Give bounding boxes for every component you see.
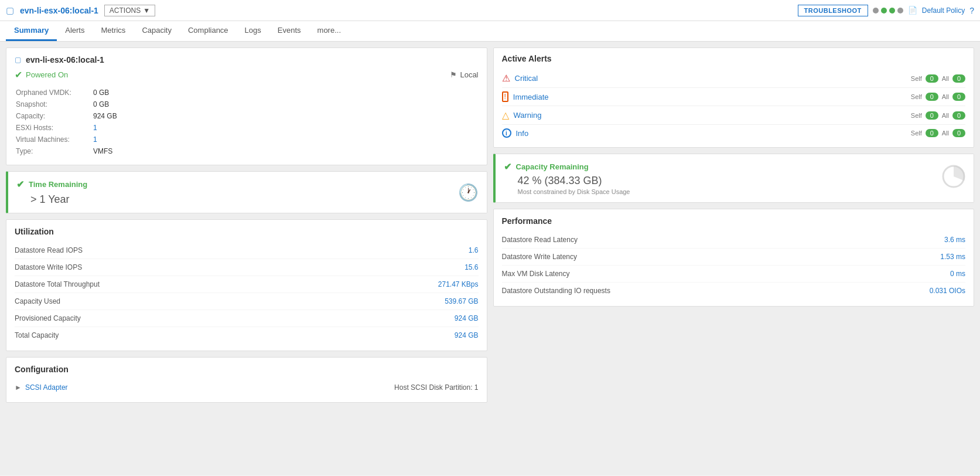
right-column: Active Alerts ⚠ Critical Self 0 All 0 bbox=[493, 47, 975, 470]
actions-button[interactable]: ACTIONS ▼ bbox=[104, 5, 155, 16]
datastore-title-icon: ▢ bbox=[6, 5, 14, 16]
esxi-hosts-link[interactable]: 1 bbox=[93, 124, 97, 132]
status-dot-green-1 bbox=[881, 8, 887, 13]
tab-metrics[interactable]: Metrics bbox=[93, 21, 134, 41]
performance-metric-row-2: Max VM Disk Latency 0 ms bbox=[502, 266, 966, 283]
warning-all-badge: 0 bbox=[952, 111, 965, 120]
active-alerts-card: Active Alerts ⚠ Critical Self 0 All 0 bbox=[493, 47, 975, 148]
alert-right-info: Self 0 All 0 bbox=[911, 129, 965, 137]
immediate-all-badge: 0 bbox=[952, 93, 965, 101]
capacity-remaining-value: 42 % (384.33 GB) bbox=[518, 175, 630, 187]
status-dot-green-2 bbox=[889, 8, 895, 13]
critical-icon: ⚠ bbox=[502, 73, 510, 84]
tab-alerts[interactable]: Alerts bbox=[57, 21, 93, 41]
page-title: evn-li-esx-06:local-1 bbox=[20, 6, 98, 15]
capacity-row: Capacity: 924 GB bbox=[16, 111, 477, 121]
capacity-check-icon: ✔ bbox=[504, 161, 511, 172]
critical-self-badge: 0 bbox=[926, 74, 938, 83]
flag-icon: ⚑ bbox=[450, 70, 457, 79]
policy-link[interactable]: Default Policy bbox=[922, 6, 965, 15]
performance-card: Performance Datastore Read Latency 3.6 m… bbox=[493, 209, 975, 307]
utilization-metric-row-1: Datastore Write IOPS 15.6 bbox=[15, 259, 479, 276]
top-bar-right: TROUBLESHOOT 📄 Default Policy ? bbox=[798, 5, 974, 16]
alert-row-warning: △ Warning Self 0 All 0 bbox=[502, 106, 966, 125]
tab-summary[interactable]: Summary bbox=[6, 21, 57, 41]
alert-right-immediate: Self 0 All 0 bbox=[911, 93, 965, 101]
alert-left-immediate: ! Immediate bbox=[502, 91, 549, 102]
nav-tabs: Summary Alerts Metrics Capacity Complian… bbox=[0, 21, 980, 42]
immediate-icon: ! bbox=[502, 91, 508, 102]
utilization-card: Utilization Datastore Read IOPS 1.6 Data… bbox=[6, 219, 487, 351]
capacity-remaining-sub: Most constrained by Disk Space Usage bbox=[518, 188, 630, 195]
left-column: ▢ evn-li-esx-06:local-1 ✔ Powered On ⚑ L… bbox=[6, 47, 487, 470]
info-icon: i bbox=[502, 128, 511, 138]
warning-self-badge: 0 bbox=[926, 111, 938, 120]
capacity-content: ✔ Capacity Remaining 42 % (384.33 GB) Mo… bbox=[504, 161, 630, 195]
status-dot-grey-1 bbox=[873, 8, 879, 13]
warning-icon: △ bbox=[502, 110, 509, 121]
utilization-metric-row-5: Total Capacity 924 GB bbox=[15, 327, 479, 344]
utilization-metric-row-4: Provisioned Capacity 924 GB bbox=[15, 310, 479, 327]
chevron-right-icon: ► bbox=[15, 383, 22, 392]
config-row-0: ► SCSI Adapter Host SCSI Disk Partition:… bbox=[15, 380, 479, 395]
time-content: ✔ Time Remaining > 1 Year bbox=[16, 179, 87, 206]
top-bar: ▢ evn-li-esx-06:local-1 ACTIONS ▼ TROUBL… bbox=[0, 0, 980, 21]
capacity-remaining-card: ✔ Capacity Remaining 42 % (384.33 GB) Mo… bbox=[493, 154, 975, 203]
config-item-left: ► SCSI Adapter bbox=[15, 383, 68, 392]
utilization-metric-row-3: Capacity Used 539.67 GB bbox=[15, 293, 479, 310]
top-bar-left: ▢ evn-li-esx-06:local-1 ACTIONS ▼ bbox=[6, 5, 155, 16]
help-icon[interactable]: ? bbox=[969, 6, 974, 15]
info-details-table: Orphaned VMDK: 0 GB Snapshot: 0 GB Capac… bbox=[15, 86, 479, 158]
scsi-adapter-link[interactable]: SCSI Adapter bbox=[25, 383, 68, 392]
alert-right-warning: Self 0 All 0 bbox=[911, 111, 965, 120]
virtual-machines-link[interactable]: 1 bbox=[93, 135, 97, 144]
utilization-metric-row-0: Datastore Read IOPS 1.6 bbox=[15, 242, 479, 259]
info-card: ▢ evn-li-esx-06:local-1 ✔ Powered On ⚑ L… bbox=[6, 47, 487, 165]
location-flag: ⚑ Local bbox=[450, 70, 478, 79]
orphaned-vmdk-row: Orphaned VMDK: 0 GB bbox=[16, 87, 477, 98]
powered-on-status: ✔ Powered On bbox=[15, 69, 68, 80]
info-self-badge: 0 bbox=[926, 129, 938, 137]
policy-icon: 📄 bbox=[908, 6, 917, 15]
alert-row-info: i Info Self 0 All 0 bbox=[502, 125, 966, 141]
tab-events[interactable]: Events bbox=[269, 21, 309, 41]
datastore-card-icon: ▢ bbox=[15, 56, 21, 64]
chevron-down-icon: ▼ bbox=[143, 6, 150, 15]
tab-more[interactable]: more... bbox=[309, 21, 349, 41]
time-remaining-card: ✔ Time Remaining > 1 Year 🕐 bbox=[6, 171, 487, 213]
time-value: > 1 Year bbox=[30, 193, 87, 206]
utilization-metric-row-2: Datastore Total Throughput 271.47 KBps bbox=[15, 276, 479, 293]
tab-capacity[interactable]: Capacity bbox=[134, 21, 180, 41]
time-check-icon: ✔ bbox=[16, 179, 24, 190]
utilization-title: Utilization bbox=[15, 227, 479, 236]
critical-link[interactable]: Critical bbox=[515, 74, 538, 83]
snapshot-row: Snapshot: 0 GB bbox=[16, 99, 477, 110]
active-alerts-title: Active Alerts bbox=[502, 54, 966, 63]
tab-compliance[interactable]: Compliance bbox=[180, 21, 237, 41]
status-dot-grey-2 bbox=[897, 8, 903, 13]
immediate-self-badge: 0 bbox=[926, 93, 938, 101]
alert-left-info: i Info bbox=[502, 128, 529, 138]
virtual-machines-row: Virtual Machines: 1 bbox=[16, 134, 477, 145]
status-dots bbox=[873, 8, 903, 13]
tab-logs[interactable]: Logs bbox=[237, 21, 269, 41]
immediate-link[interactable]: Immediate bbox=[513, 93, 549, 101]
info-all-badge: 0 bbox=[952, 129, 965, 137]
powered-on-icon: ✔ bbox=[15, 69, 22, 80]
performance-title: Performance bbox=[502, 216, 966, 226]
alert-left-critical: ⚠ Critical bbox=[502, 73, 538, 84]
warning-link[interactable]: Warning bbox=[514, 111, 542, 120]
info-link[interactable]: Info bbox=[516, 129, 529, 138]
critical-all-badge: 0 bbox=[952, 74, 965, 83]
type-row: Type: VMFS bbox=[16, 146, 477, 157]
troubleshoot-button[interactable]: TROUBLESHOOT bbox=[798, 5, 868, 16]
pie-chart-icon bbox=[942, 165, 965, 192]
esxi-hosts-row: ESXi Hosts: 1 bbox=[16, 123, 477, 133]
configuration-card: Configuration ► SCSI Adapter Host SCSI D… bbox=[6, 357, 487, 403]
performance-metric-row-3: Datastore Outstanding IO requests 0.031 … bbox=[502, 283, 966, 299]
alert-right-critical: Self 0 All 0 bbox=[911, 74, 965, 83]
scsi-adapter-value: Host SCSI Disk Partition: 1 bbox=[394, 383, 478, 392]
performance-metric-row-0: Datastore Read Latency 3.6 ms bbox=[502, 232, 966, 249]
alert-row-critical: ⚠ Critical Self 0 All 0 bbox=[502, 69, 966, 88]
alert-left-warning: △ Warning bbox=[502, 110, 542, 121]
